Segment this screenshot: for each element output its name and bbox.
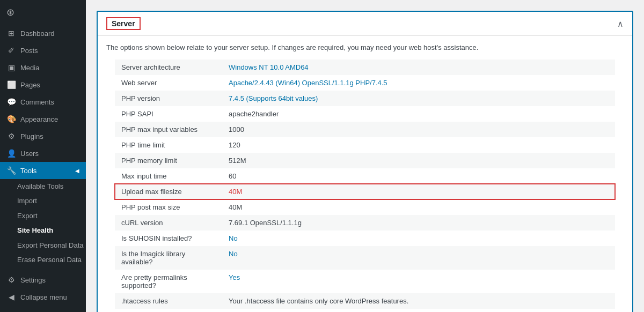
sidebar-item-label: Media	[20, 64, 39, 72]
sidebar-item-label: Dashboard	[20, 29, 55, 38]
row-label-php-max-input-variables: PHP max input variables	[115, 122, 222, 137]
sidebar-item-label: Users	[20, 150, 39, 158]
row-value-curl-version: 7.69.1 OpenSSL/1.1.1g	[222, 215, 615, 231]
table-row-pretty-permalinks: Are pretty permalinks supported?Yes	[115, 270, 615, 293]
sidebar-item-users[interactable]: 👤 Users	[0, 145, 86, 162]
main-content: Server ∧ The options shown below relate …	[86, 0, 644, 312]
comments-icon: 💬	[6, 98, 16, 106]
row-label-php-version: PHP version	[115, 91, 222, 106]
pages-icon: ⬜	[6, 80, 16, 89]
sidebar-logo: ⊛	[0, 0, 86, 25]
table-row-server-architecture: Server architectureWindows NT 10.0 AMD64	[115, 60, 615, 75]
server-info-table: Server architectureWindows NT 10.0 AMD64…	[115, 60, 615, 309]
table-row-suhosin: Is SUHOSIN installed?No	[115, 231, 615, 246]
row-label-php-sapi: PHP SAPI	[115, 106, 222, 122]
table-row-php-memory-limit: PHP memory limit512M	[115, 153, 615, 168]
row-label-upload-max-filesize: Upload max filesize	[115, 184, 222, 199]
table-row-php-time-limit: PHP time limit120	[115, 137, 615, 153]
settings-icon: ⚙	[6, 276, 16, 284]
row-label-web-server: Web server	[115, 75, 222, 91]
plugins-icon: ⚙	[6, 132, 16, 140]
row-label-suhosin: Is SUHOSIN installed?	[115, 231, 222, 246]
row-label-php-time-limit: PHP time limit	[115, 137, 222, 153]
sidebar-item-label: Tools	[20, 167, 36, 175]
row-value-max-input-time: 60	[222, 168, 615, 184]
table-row-php-version: PHP version7.4.5 (Supports 64bit values)	[115, 91, 615, 106]
sidebar-sub-site-health[interactable]: Site Health	[0, 223, 86, 237]
row-value-htaccess: Your .htaccess file contains only core W…	[222, 293, 615, 309]
row-value-php-version: 7.4.5 (Supports 64bit values)	[222, 91, 615, 106]
row-value-pretty-permalinks: Yes	[222, 270, 615, 293]
table-row-php-max-input-variables: PHP max input variables1000	[115, 122, 615, 137]
appearance-icon: 🎨	[6, 115, 16, 123]
sidebar-item-settings[interactable]: ⚙ Settings	[0, 271, 86, 288]
sidebar-sub-export[interactable]: Export	[0, 209, 86, 223]
sidebar-item-label: Settings	[20, 276, 46, 284]
tools-arrow-icon: ◀	[75, 168, 79, 174]
row-label-htaccess: .htaccess rules	[115, 293, 222, 309]
row-value-web-server: Apache/2.4.43 (Win64) OpenSSL/1.1.1g PHP…	[222, 75, 615, 91]
sidebar-item-tools[interactable]: 🔧 Tools ◀	[0, 162, 86, 179]
sidebar-item-comments[interactable]: 💬 Comments	[0, 93, 86, 110]
row-label-php-memory-limit: PHP memory limit	[115, 153, 222, 168]
server-panel-description: The options shown below relate to your s…	[98, 36, 632, 60]
table-row-php-sapi: PHP SAPIapache2handler	[115, 106, 615, 122]
sidebar-sub-export-personal-data[interactable]: Export Personal Data	[0, 238, 86, 252]
sidebar-item-plugins[interactable]: ⚙ Plugins	[0, 128, 86, 145]
sidebar-item-pages[interactable]: ⬜ Pages	[0, 76, 86, 93]
server-panel-header: Server ∧	[98, 12, 632, 36]
row-label-imagick: Is the Imagick library available?	[115, 246, 222, 270]
sidebar-item-media[interactable]: ▣ Media	[0, 59, 86, 76]
server-panel: Server ∧ The options shown below relate …	[97, 11, 633, 312]
row-label-max-input-time: Max input time	[115, 168, 222, 184]
row-label-server-architecture: Server architecture	[115, 60, 222, 75]
table-row-php-post-max-size: PHP post max size40M	[115, 199, 615, 215]
table-row-web-server: Web serverApache/2.4.43 (Win64) OpenSSL/…	[115, 75, 615, 91]
users-icon: 👤	[6, 149, 16, 158]
sidebar-item-label: Collapse menu	[20, 293, 67, 301]
sidebar-item-label: Pages	[20, 81, 40, 89]
server-panel-title: Server	[106, 17, 141, 30]
sidebar-item-dashboard[interactable]: ⊞ Dashboard	[0, 25, 86, 42]
row-value-php-post-max-size: 40M	[222, 199, 615, 215]
table-row-upload-max-filesize: Upload max filesize40M	[115, 184, 615, 199]
row-value-upload-max-filesize: 40M	[222, 184, 615, 199]
server-info-table-wrapper: Server architectureWindows NT 10.0 AMD64…	[98, 60, 632, 313]
table-row-htaccess: .htaccess rulesYour .htaccess file conta…	[115, 293, 615, 309]
posts-icon: ✐	[6, 46, 16, 55]
tools-icon: 🔧	[6, 166, 16, 175]
media-icon: ▣	[6, 63, 16, 72]
sidebar-item-collapse[interactable]: ◀ Collapse menu	[0, 288, 86, 306]
table-row-max-input-time: Max input time60	[115, 168, 615, 184]
sidebar-item-posts[interactable]: ✐ Posts	[0, 42, 86, 59]
sidebar-item-appearance[interactable]: 🎨 Appearance	[0, 110, 86, 128]
wp-logo-icon: ⊛	[6, 6, 14, 18]
table-row-curl-version: cURL version7.69.1 OpenSSL/1.1.1g	[115, 215, 615, 231]
row-value-php-time-limit: 120	[222, 137, 615, 153]
row-value-suhosin: No	[222, 231, 615, 246]
sidebar-sub-available-tools[interactable]: Available Tools	[0, 179, 86, 194]
sidebar-item-label: Comments	[20, 98, 54, 106]
sidebar: ⊛ ⊞ Dashboard ✐ Posts ▣ Media ⬜ Pages 💬 …	[0, 0, 86, 312]
collapse-panel-button[interactable]: ∧	[617, 19, 624, 29]
sidebar-item-label: Posts	[20, 47, 38, 55]
row-value-imagick: No	[222, 246, 615, 270]
row-value-php-max-input-variables: 1000	[222, 122, 615, 137]
row-label-pretty-permalinks: Are pretty permalinks supported?	[115, 270, 222, 293]
row-label-curl-version: cURL version	[115, 215, 222, 231]
row-label-php-post-max-size: PHP post max size	[115, 199, 222, 215]
sidebar-sub-erase-personal-data[interactable]: Erase Personal Data	[0, 252, 86, 267]
dashboard-icon: ⊞	[6, 29, 16, 38]
collapse-icon: ◀	[6, 293, 16, 301]
sidebar-item-label: Plugins	[20, 132, 43, 140]
table-row-imagick: Is the Imagick library available?No	[115, 246, 615, 270]
row-value-php-memory-limit: 512M	[222, 153, 615, 168]
sidebar-sub-import[interactable]: Import	[0, 194, 86, 208]
row-value-php-sapi: apache2handler	[222, 106, 615, 122]
row-value-server-architecture: Windows NT 10.0 AMD64	[222, 60, 615, 75]
sidebar-item-label: Appearance	[20, 115, 58, 123]
